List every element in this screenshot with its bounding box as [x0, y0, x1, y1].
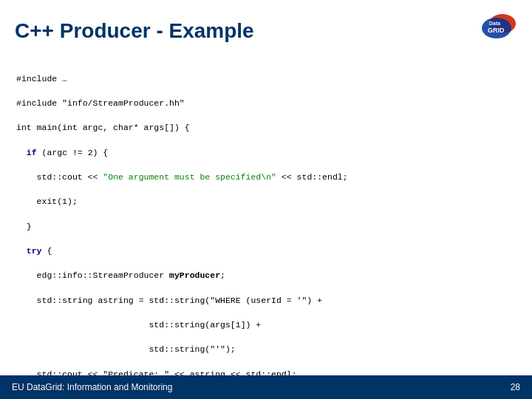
code-line-12: std::string("'"); — [16, 344, 516, 356]
code-line-5: std::cout << "One argument must be speci… — [16, 171, 516, 184]
slide-title: C++ Producer - Example — [15, 19, 254, 43]
code-line-1: #include … — [16, 73, 516, 86]
code-line-9: edg::info::StreamProducer myProducer; — [16, 270, 516, 282]
code-line-10: std::string astring = std::string("WHERE… — [16, 295, 516, 307]
header: C++ Producer - Example Data GRID — [0, 0, 532, 56]
code-line-2: #include "info/StreamProducer.hh" — [16, 98, 516, 110]
slide: C++ Producer - Example Data GRID #includ… — [0, 0, 532, 399]
svg-text:GRID: GRID — [488, 27, 505, 34]
code-line-8: try { — [16, 245, 516, 258]
code-line-11: std::string(args[1]) + — [16, 319, 516, 332]
code-line-7: } — [16, 221, 516, 233]
svg-text:Data: Data — [489, 21, 500, 26]
code-line-3: int main(int argc, char* args[]) { — [16, 122, 516, 134]
code-line-6: exit(1); — [16, 196, 516, 208]
code-block: #include … #include "info/StreamProducer… — [0, 56, 532, 399]
footer-left: EU DataGrid: Information and Monitoring — [12, 382, 172, 392]
code-line-4: if (argc != 2) { — [16, 147, 516, 160]
datagrid-logo: Data GRID — [464, 13, 517, 49]
footer: EU DataGrid: Information and Monitoring … — [0, 375, 532, 399]
footer-page: 28 — [511, 382, 520, 392]
